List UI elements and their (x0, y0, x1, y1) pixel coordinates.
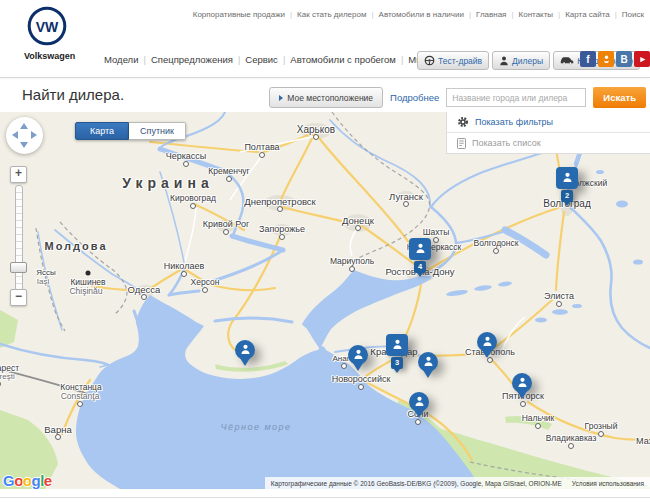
zoom-slider-track[interactable] (15, 185, 23, 291)
utility-nav-item[interactable]: Автомобили в наличии (379, 10, 464, 19)
map-label: Луганск (389, 191, 423, 202)
google-logo-letter: o (14, 472, 23, 489)
marker-tail (394, 369, 400, 373)
map-label: Украина (122, 175, 213, 191)
pan-up-icon[interactable] (20, 123, 28, 129)
map-type-satellite-button[interactable]: Спутник (129, 122, 186, 140)
marker-tail (482, 350, 492, 358)
zoom-in-button[interactable]: + (10, 166, 27, 183)
capital-dot (86, 271, 91, 276)
map-label: Нальчик (522, 413, 555, 423)
nav-separator: | (553, 10, 565, 19)
city-dot (349, 266, 355, 272)
header-button[interactable]: Тест-драйв (417, 51, 489, 70)
zoom-out-button[interactable]: − (10, 289, 27, 306)
google-logo[interactable]: Google (3, 472, 52, 489)
utility-nav-item[interactable]: Главная (476, 10, 506, 19)
dealer-cluster-marker[interactable]: 3 (386, 334, 408, 373)
my-location-label: Мое местоположение (287, 93, 373, 103)
main-nav-item[interactable]: Модели (104, 54, 138, 65)
person-icon (414, 393, 425, 411)
dealers-button[interactable]: Дилеры (492, 51, 550, 70)
terms-of-use-link[interactable]: Условия использования (572, 480, 644, 487)
car-icon (560, 56, 574, 65)
marker-tail (517, 391, 527, 399)
map-label: Чёрное море (220, 422, 291, 432)
details-link[interactable]: Подробнее (390, 92, 439, 103)
nav-separator: | (366, 10, 378, 19)
dealer-pin-marker[interactable] (418, 352, 438, 378)
search-button[interactable]: Искать (593, 87, 646, 108)
header-divider (0, 77, 650, 78)
main-nav-item[interactable]: Сервис (245, 54, 278, 65)
my-location-button[interactable]: Мое местоположение (269, 87, 383, 108)
map-type-map-button[interactable]: Карта (75, 122, 129, 140)
location-arrow-icon (279, 95, 283, 101)
person-icon (562, 169, 573, 187)
dealer-pin-marker[interactable] (409, 392, 429, 418)
svg-text:VW: VW (36, 19, 59, 35)
city-dot (277, 206, 283, 212)
city-dot (226, 176, 232, 182)
map-label: Донецк (342, 215, 374, 226)
dealer-pin-marker[interactable] (235, 340, 255, 366)
map-zoom-control: + − (10, 166, 27, 293)
dealer-pin-marker[interactable] (477, 332, 497, 358)
zoom-slider-handle[interactable] (10, 262, 27, 273)
city-dot (190, 203, 196, 209)
person-icon (392, 336, 403, 354)
map-pan-control[interactable] (6, 117, 43, 154)
marker-tail (564, 202, 570, 206)
utility-nav-item[interactable]: Как стать дилером (297, 10, 366, 19)
utility-nav-item[interactable]: Поиск (622, 10, 644, 19)
odnoklassniki-icon[interactable] (598, 51, 614, 67)
nav-separator: | (610, 10, 622, 19)
utility-nav-item[interactable]: Контакты (519, 10, 554, 19)
utility-nav-item[interactable]: Корпоративные продажи (193, 10, 285, 19)
cluster-count-badge: 2 (561, 190, 573, 202)
map-label: Махачкала (636, 436, 650, 446)
marker-tail (240, 358, 250, 366)
person-icon (240, 341, 251, 359)
youtube-icon[interactable] (634, 51, 650, 67)
city-dot (403, 201, 409, 207)
nav-separator: | (396, 54, 408, 65)
facebook-icon[interactable]: f (580, 51, 596, 67)
dealer-cluster-marker[interactable]: 4 (409, 238, 431, 277)
pan-right-icon[interactable] (31, 131, 37, 139)
vw-logo[interactable]: VW Volkswagen (24, 6, 70, 61)
map-label: Черкассы (166, 151, 207, 161)
vw-logo-icon: VW (27, 6, 67, 46)
map-label: Запорожье (259, 224, 305, 234)
pan-down-icon[interactable] (20, 142, 28, 148)
panel-row-label: Показать список (472, 138, 541, 148)
dealer-cluster-marker[interactable]: 2 (556, 167, 578, 206)
show-list-button[interactable]: Показать список (447, 132, 650, 153)
map-label: Варна (44, 424, 71, 435)
dealer-pin-marker[interactable] (512, 373, 532, 399)
dealer-pin-marker[interactable] (348, 345, 368, 371)
nav-separator: | (138, 54, 150, 65)
nav-separator: | (285, 10, 297, 19)
brand-text: Volkswagen (24, 51, 70, 61)
main-nav-item[interactable]: Спецпредложения (151, 54, 233, 65)
map-label: Элиста (544, 291, 574, 301)
city-dot (141, 294, 147, 300)
pan-left-icon[interactable] (12, 131, 18, 139)
utility-nav-item[interactable]: Карта сайта (565, 10, 610, 19)
show-filters-button[interactable]: Показать фильтры (447, 112, 650, 132)
person-icon (517, 374, 528, 392)
map-label: Херсон (191, 277, 220, 287)
map-label: Владикавказ (546, 433, 597, 443)
utility-nav: Корпоративные продажи|Как стать дилером|… (193, 10, 644, 19)
footer-divider (0, 497, 650, 498)
map-label: Молдова (44, 240, 107, 252)
dealer-map[interactable]: ХарьковПолтаваЧеркассыКременчугУкраинаКи… (0, 112, 650, 489)
city-or-dealer-input[interactable] (446, 88, 586, 107)
map-label: Одесса (128, 284, 161, 295)
map-attribution: Картографические данные © 2016 GeoBasis-… (265, 477, 650, 489)
main-nav-item[interactable]: Автомобили с пробегом (290, 54, 396, 65)
vkontakte-icon[interactable]: В (616, 51, 632, 67)
vw-dealer-finder-page: { "topnav": {"items": ["Корпоративные пр… (0, 0, 650, 504)
map-label: Грозный (585, 421, 618, 431)
